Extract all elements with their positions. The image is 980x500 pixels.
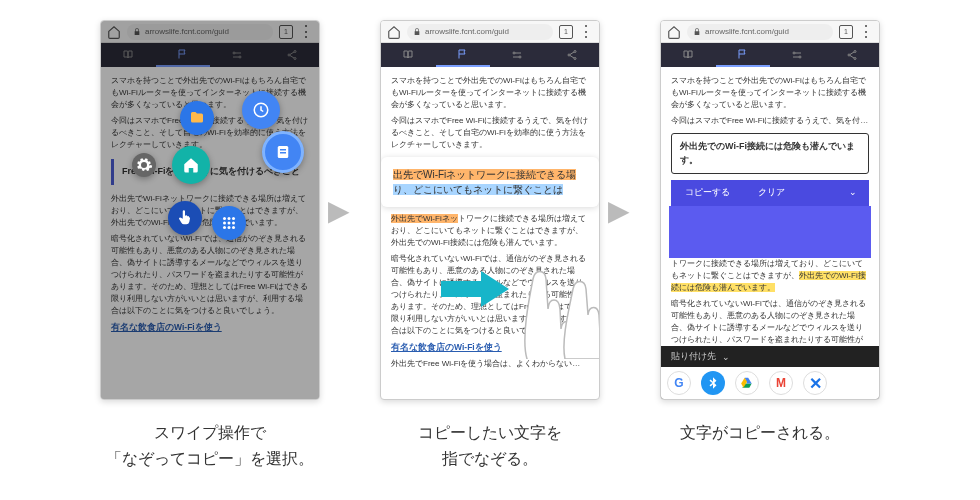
note-copy-icon[interactable] [262,131,304,173]
svg-point-10 [223,222,226,225]
page-tabs [381,43,599,67]
apps-grid-icon[interactable] [212,206,246,240]
paragraph: 外出先でFree Wi-Fiを使う場合は、よくわからない… [391,358,589,370]
svg-point-7 [223,217,226,220]
file-icon[interactable] [180,101,214,135]
phone-step-3: arrowslife.fcnt.com/guid 1 ⋮ スマホを持つことで外出… [660,20,880,400]
hand-pointer-icon[interactable] [168,201,202,235]
svg-point-21 [793,52,795,54]
svg-point-13 [223,226,226,229]
paste-label: 貼り付け先 [671,350,716,363]
selection-overlay [669,206,871,258]
phone-step-1: arrowslife.fcnt.com/guid 1 ⋮ スマホを持つことで外出… [100,20,320,400]
tab-flag[interactable] [436,43,491,67]
url-bar[interactable]: arrowslife.fcnt.com/guid [687,24,833,40]
step-arrow-icon: ▶ [320,194,358,227]
caption-step-1: スワイプ操作で「なぞってコピー」を選択。 [80,420,340,471]
svg-point-15 [232,226,235,229]
paragraph: トワークに接続できる場所は増えており、どこにいてもネットに繋ぐことはできますが、… [671,258,869,294]
magnified-line: り、どこにいてもネットに繋ぐことは [393,182,587,197]
tab-count[interactable]: 1 [839,25,853,39]
url-text: arrowslife.fcnt.com/guid [705,27,789,36]
url-text: arrowslife.fcnt.com/guid [425,27,509,36]
gmail-app-icon[interactable]: M [769,371,793,395]
copied-text-box: 外出先でのWi-Fi接続には危険も潜んでいます。 [671,133,869,174]
svg-point-9 [232,217,235,220]
svg-point-19 [568,54,570,56]
home-bubble-icon[interactable] [172,146,210,184]
article-link[interactable]: 有名な飲食店のWi-Fiを使う [391,341,589,354]
svg-point-24 [848,54,850,56]
step-arrow-icon: ▶ [600,194,638,227]
more-icon[interactable]: ⋮ [859,25,873,39]
svg-point-17 [519,56,521,58]
magnified-line: 出先でWi-Fiネットワークに接続できる場 [393,167,587,182]
paste-destination-tray: 貼り付け先⌄ G M ✕ [661,346,879,399]
paragraph: スマホを持つことで外出先でのWi-Fiはもちろん自宅でもWi-Fiルーターを使っ… [671,75,869,111]
svg-point-22 [799,56,801,58]
svg-point-8 [228,217,231,220]
paragraph: スマホを持つことで外出先でのWi-Fiはもちろん自宅でもWi-Fiルーターを使っ… [391,75,589,111]
svg-point-16 [513,52,515,54]
chevron-down-icon[interactable]: ⌄ [722,352,730,362]
caption-step-3: 文字がコピーされる。 [630,420,890,446]
magnifier-popup: 出先でWi-Fiネットワークに接続できる場 り、どこにいてもネットに繋ぐことは [381,157,599,207]
browser-toolbar: arrowslife.fcnt.com/guid 1 ⋮ [381,21,599,43]
drive-app-icon[interactable] [735,371,759,395]
home-icon[interactable] [667,25,681,39]
gear-icon[interactable] [132,153,156,177]
tab-controls[interactable] [770,43,825,67]
paragraph: 今回はスマホでFree Wi-Fiに接続するうえで、気を付けるべきこと、そして自… [671,115,869,127]
tab-share[interactable] [545,43,600,67]
phone-step-2: arrowslife.fcnt.com/guid 1 ⋮ スマホを持つことで外出… [380,20,600,400]
tab-flag[interactable] [716,43,771,67]
browser-toolbar: arrowslife.fcnt.com/guid 1 ⋮ [661,21,879,43]
page-tabs [661,43,879,67]
tab-controls[interactable] [490,43,545,67]
tab-count[interactable]: 1 [559,25,573,39]
chevron-down-icon[interactable]: ⌄ [835,186,869,200]
copy-action-bar: コピーする クリア ⌄ [671,180,869,206]
more-icon[interactable]: ⋮ [579,25,593,39]
copy-button[interactable]: コピーする [671,186,744,200]
svg-point-14 [228,226,231,229]
swipe-arrow-icon [441,269,511,309]
svg-point-23 [854,51,856,53]
quick-menu [110,91,310,271]
more-app-icon[interactable]: ✕ [803,371,827,395]
tab-share[interactable] [825,43,880,67]
article-body: スマホを持つことで外出先でのWi-Fiはもちろん自宅でもWi-Fiルーターを使っ… [381,67,599,382]
home-icon[interactable] [387,25,401,39]
lock-icon [693,28,701,36]
lock-icon [413,28,421,36]
clock-icon[interactable] [242,91,280,129]
paragraph: 今回はスマホでFree Wi-Fiに接続するうえで、気を付けるべきこと、そして自… [391,115,589,151]
url-bar[interactable]: arrowslife.fcnt.com/guid [407,24,553,40]
bluetooth-app-icon[interactable] [701,371,725,395]
paragraph: 外出先でWi-Fiネットワークに接続できる場所は増えており、どこにいてもネットに… [391,213,589,249]
tab-book[interactable] [661,43,716,67]
svg-point-12 [232,222,235,225]
google-app-icon[interactable]: G [667,371,691,395]
tab-book[interactable] [381,43,436,67]
caption-step-2: コピーしたい文字を指でなぞる。 [360,420,620,471]
svg-point-11 [228,222,231,225]
clear-button[interactable]: クリア [744,186,799,200]
svg-point-25 [854,58,856,60]
svg-point-20 [574,58,576,60]
svg-point-18 [574,51,576,53]
